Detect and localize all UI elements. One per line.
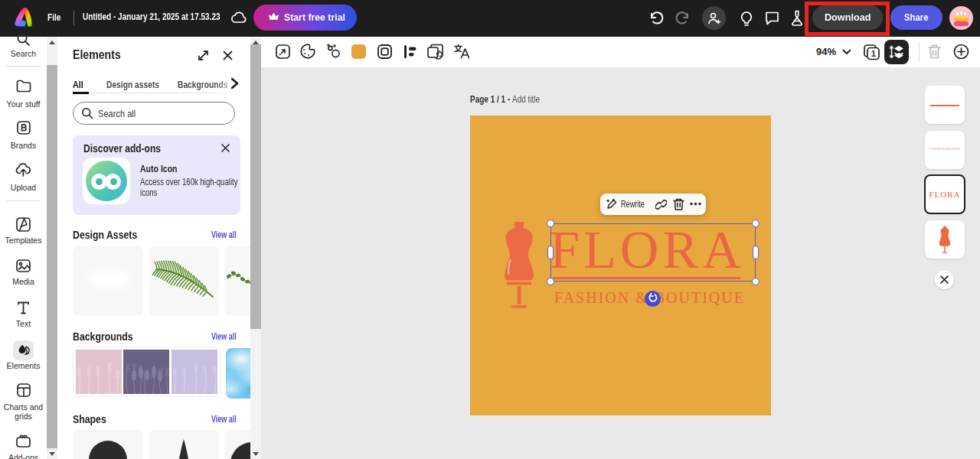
svg-text:1: 1 (871, 49, 876, 58)
